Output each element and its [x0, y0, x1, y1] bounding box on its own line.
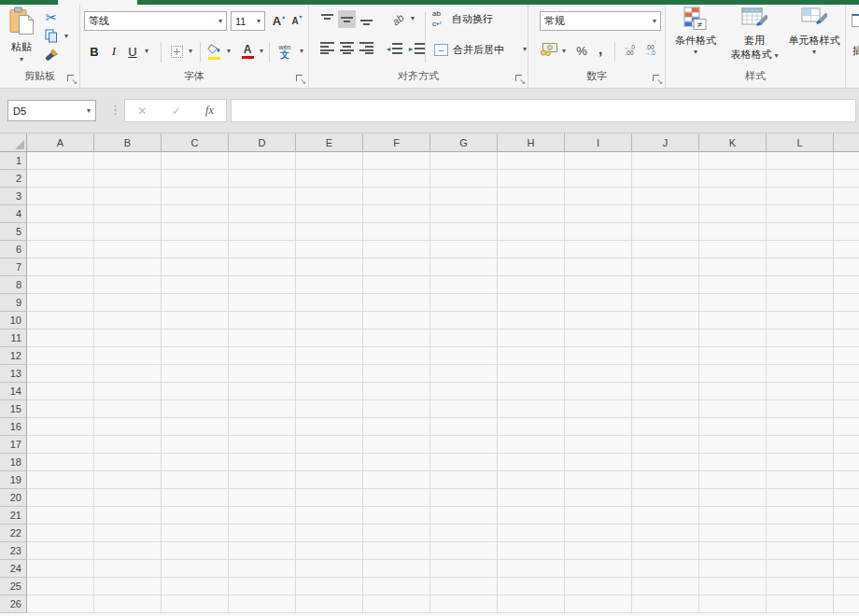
column-header-F[interactable]: F	[363, 133, 430, 152]
cell-A6[interactable]	[27, 241, 94, 259]
paste-dropdown-icon[interactable]: ▾	[20, 56, 23, 63]
cell-K2[interactable]	[699, 170, 767, 188]
row-header-20[interactable]: 20	[0, 489, 27, 507]
cell-partial-21[interactable]	[834, 507, 859, 525]
cell-E19[interactable]	[296, 471, 363, 489]
cell-A2[interactable]	[27, 170, 94, 188]
column-header-C[interactable]: C	[162, 133, 229, 152]
cell-G19[interactable]	[430, 471, 498, 489]
cell-J24[interactable]	[632, 560, 699, 578]
number-dialog-launcher[interactable]: ↘	[653, 75, 662, 84]
cell-A7[interactable]	[27, 259, 94, 276]
cell-B10[interactable]	[94, 312, 162, 329]
cell-L6[interactable]	[767, 241, 834, 259]
cut-button[interactable]: ✂	[42, 9, 61, 26]
cell-L1[interactable]	[767, 152, 834, 170]
cell-J3[interactable]	[632, 188, 699, 205]
cell-C3[interactable]	[162, 188, 229, 205]
cell-F15[interactable]	[363, 400, 430, 418]
cell-E24[interactable]	[296, 560, 363, 578]
cell-J16[interactable]	[632, 418, 699, 436]
cell-partial-3[interactable]	[834, 188, 859, 205]
cell-J1[interactable]	[632, 152, 699, 170]
cell-H15[interactable]	[498, 400, 565, 418]
row-header-11[interactable]: 11	[0, 329, 27, 347]
cell-I5[interactable]	[565, 223, 632, 241]
cell-D21[interactable]	[229, 507, 296, 525]
cell-E20[interactable]	[296, 489, 363, 507]
cell-F13[interactable]	[363, 365, 430, 383]
borders-button[interactable]	[169, 44, 184, 59]
cell-K21[interactable]	[699, 507, 767, 525]
cell-B21[interactable]	[94, 507, 162, 525]
cell-L20[interactable]	[767, 489, 834, 507]
font-size-select[interactable]: 11 ▾	[231, 11, 265, 31]
cell-partial-15[interactable]	[834, 400, 859, 418]
cell-partial-4[interactable]	[834, 205, 859, 223]
cell-D13[interactable]	[229, 365, 296, 383]
row-header-17[interactable]: 17	[0, 436, 27, 454]
cell-B19[interactable]	[94, 471, 162, 489]
cell-F24[interactable]	[363, 560, 430, 578]
cell-B13[interactable]	[94, 365, 162, 383]
cell-C17[interactable]	[162, 436, 229, 454]
column-header-H[interactable]: H	[498, 133, 565, 152]
cell-I11[interactable]	[565, 329, 632, 347]
cell-B9[interactable]	[94, 294, 162, 312]
row-header-10[interactable]: 10	[0, 312, 27, 329]
cell-J8[interactable]	[632, 276, 699, 294]
cell-H6[interactable]	[498, 241, 565, 259]
cell-K10[interactable]	[699, 312, 767, 329]
row-header-15[interactable]: 15	[0, 400, 27, 418]
cell-K3[interactable]	[699, 188, 767, 205]
cell-C14[interactable]	[162, 383, 229, 400]
cell-A19[interactable]	[27, 471, 94, 489]
cell-G18[interactable]	[430, 454, 498, 471]
column-header-D[interactable]: D	[229, 133, 296, 152]
cell-L25[interactable]	[767, 578, 834, 595]
cell-B1[interactable]	[94, 152, 162, 170]
cell-L17[interactable]	[767, 436, 834, 454]
cell-I17[interactable]	[565, 436, 632, 454]
cell-J23[interactable]	[632, 542, 699, 560]
cell-A21[interactable]	[27, 507, 94, 525]
cell-J12[interactable]	[632, 347, 699, 365]
cell-partial-16[interactable]	[834, 418, 859, 436]
cell-K20[interactable]	[699, 489, 767, 507]
cell-H9[interactable]	[498, 294, 565, 312]
cell-D15[interactable]	[229, 400, 296, 418]
cell-G14[interactable]	[430, 383, 498, 400]
cell-L5[interactable]	[767, 223, 834, 241]
cell-H25[interactable]	[498, 578, 565, 595]
cell-J25[interactable]	[632, 578, 699, 595]
phonetic-guide-button[interactable]: wén 文	[275, 40, 295, 63]
column-header-K[interactable]: K	[699, 133, 767, 152]
cell-partial-7[interactable]	[834, 259, 859, 276]
cell-I3[interactable]	[565, 188, 632, 205]
cell-H13[interactable]	[498, 365, 565, 383]
cell-A24[interactable]	[27, 560, 94, 578]
cell-B4[interactable]	[94, 205, 162, 223]
cell-L10[interactable]	[767, 312, 834, 329]
font-name-select[interactable]: 等线 ▾	[84, 11, 227, 31]
accounting-format-button[interactable]	[538, 42, 558, 59]
cell-D25[interactable]	[229, 578, 296, 595]
cell-C1[interactable]	[162, 152, 229, 170]
cell-D7[interactable]	[229, 259, 296, 276]
cell-L18[interactable]	[767, 454, 834, 471]
comma-style-button[interactable]: ,	[594, 40, 607, 57]
cell-F20[interactable]	[363, 489, 430, 507]
cell-D2[interactable]	[229, 170, 296, 188]
cell-H5[interactable]	[498, 223, 565, 241]
cell-partial-17[interactable]	[834, 436, 859, 454]
cell-E3[interactable]	[296, 188, 363, 205]
cell-F23[interactable]	[363, 542, 430, 560]
increase-indent-button[interactable]: ►	[406, 41, 427, 56]
formula-bar-grip[interactable]: ⋮	[109, 103, 121, 117]
cell-E22[interactable]	[296, 525, 363, 542]
cell-J7[interactable]	[632, 259, 699, 276]
cell-H12[interactable]	[498, 347, 565, 365]
cell-B26[interactable]	[94, 595, 162, 613]
cell-G2[interactable]	[430, 170, 498, 188]
align-bottom-button[interactable]	[358, 10, 375, 28]
